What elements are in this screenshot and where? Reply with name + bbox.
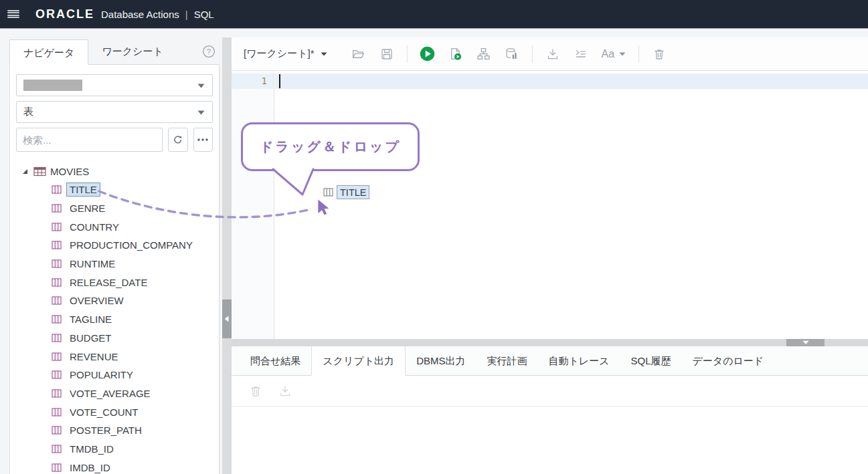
column-name: IMDB_ID <box>66 461 114 474</box>
schema-select[interactable] <box>16 74 213 96</box>
output-tab[interactable]: スクリプト出力 <box>311 346 406 376</box>
horizontal-splitter[interactable] <box>232 339 868 346</box>
font-size-button[interactable]: Aa <box>602 48 626 60</box>
tree-column-row[interactable]: TITLE <box>16 181 213 199</box>
column-icon <box>52 296 62 305</box>
column-icon <box>52 445 62 453</box>
refresh-button[interactable] <box>168 128 188 152</box>
column-icon <box>323 188 333 197</box>
top-bar: ORACLE Database Actions | SQL <box>0 0 868 28</box>
tree-columns: TITLE GENRE <box>16 181 213 474</box>
tree-column-row[interactable]: TAGLINE <box>16 310 213 329</box>
output-tab[interactable]: DBMS出力 <box>406 346 476 376</box>
chevron-down-icon <box>197 84 205 88</box>
autotrace-icon <box>505 47 519 61</box>
run-statement-button[interactable] <box>420 47 435 62</box>
toolbar-separator <box>407 45 408 63</box>
column-icon <box>52 241 62 249</box>
tree-column-row[interactable]: VOTE_AVERAGE <box>16 384 213 403</box>
column-name: POPULARITY <box>66 368 137 382</box>
output-panel: 問合せ結果 スクリプト出力 DBMS出力 実行計画 自動トレース SQL履歴 デ… <box>232 346 868 474</box>
format-button[interactable] <box>574 47 588 62</box>
column-icon <box>52 352 62 361</box>
navigator-panel: ナビゲータ ワークシート ? 表 <box>9 39 220 474</box>
column-icon <box>52 278 62 287</box>
column-name: RELEASE_DATE <box>66 275 151 289</box>
explain-plan-icon <box>476 47 491 61</box>
tree-column-row[interactable]: PRODUCTION_COMPANY <box>16 236 213 255</box>
tree-column-row[interactable]: BUDGET <box>16 329 213 348</box>
editor-gutter: 1 <box>232 72 274 339</box>
clear-output-button[interactable] <box>248 384 263 398</box>
autotrace-button[interactable] <box>505 47 519 62</box>
drag-ghost: TITLE <box>323 185 369 199</box>
title-separator: | <box>185 9 188 20</box>
expanded-node-icon[interactable] <box>21 168 29 175</box>
tree-column-row[interactable]: RUNTIME <box>16 255 213 273</box>
column-icon <box>52 204 62 213</box>
clear-button[interactable] <box>652 47 667 62</box>
column-name: TITLE <box>66 183 100 197</box>
column-name: TMDB_ID <box>66 442 117 456</box>
open-button[interactable] <box>351 47 366 62</box>
tree-column-row[interactable]: OVERVIEW <box>16 291 213 310</box>
tree-column-row[interactable]: REVENUE <box>16 347 213 366</box>
navigator-tab[interactable]: ナビゲータ <box>9 39 88 65</box>
run-script-button[interactable] <box>448 47 463 62</box>
column-icon <box>52 408 62 417</box>
navigator-tabs: ナビゲータ ワークシート <box>9 39 220 65</box>
tree-column-row[interactable]: GENRE <box>16 199 213 218</box>
save-icon <box>380 47 394 61</box>
tree-column-row[interactable]: IMDB_ID <box>16 458 213 474</box>
download-output-button[interactable] <box>278 384 292 398</box>
column-icon <box>52 426 62 435</box>
tree-column-row[interactable]: POPULARITY <box>16 366 213 384</box>
chevron-down-icon <box>321 52 327 56</box>
output-tab[interactable]: SQL履歴 <box>620 346 682 376</box>
column-name: BUDGET <box>66 331 115 345</box>
worksheet-selector-label: [ワークシート]* <box>244 47 315 60</box>
save-button[interactable] <box>379 47 394 62</box>
triangle-left-icon <box>224 316 230 322</box>
output-tab[interactable]: 実行計画 <box>476 346 537 376</box>
explain-plan-button[interactable] <box>476 47 491 62</box>
column-name: OVERVIEW <box>66 293 127 308</box>
output-tab[interactable]: 問合せ結果 <box>240 346 311 376</box>
output-tab[interactable]: データのロード <box>682 346 775 376</box>
tree-column-row[interactable]: RELEASE_DATE <box>16 273 213 291</box>
download-button[interactable] <box>545 47 560 62</box>
output-content <box>232 407 868 474</box>
column-name: COUNTRY <box>66 220 122 234</box>
column-icon <box>52 463 62 472</box>
chevron-down-icon <box>197 110 205 115</box>
column-icon <box>52 389 62 398</box>
collapse-output-handle[interactable] <box>786 339 824 346</box>
schema-value-redacted <box>23 80 82 91</box>
more-options-button[interactable] <box>193 128 213 152</box>
output-tab[interactable]: 自動トレース <box>537 346 620 376</box>
more-options-icon <box>197 138 209 142</box>
chevron-down-icon <box>619 52 626 56</box>
collapse-panel-handle[interactable] <box>222 300 232 338</box>
worksheet-toolbar: [ワークシート]* <box>232 37 868 71</box>
hamburger-icon[interactable] <box>7 10 19 19</box>
triangle-down-icon <box>802 340 809 345</box>
search-input[interactable] <box>16 128 163 152</box>
annotation-bubble-tail <box>270 166 317 199</box>
tree-column-row[interactable]: COUNTRY <box>16 217 213 236</box>
vertical-splitter[interactable] <box>222 37 232 474</box>
output-toolbar <box>232 376 868 406</box>
tree-table-row[interactable]: MOVIES <box>16 162 213 181</box>
tree-column-row[interactable]: TMDB_ID <box>16 440 213 459</box>
tree-column-row[interactable]: POSTER_PATH <box>16 421 213 440</box>
run-statement-icon <box>420 46 435 62</box>
column-icon <box>52 334 62 342</box>
download-icon <box>278 384 292 398</box>
column-name: VOTE_AVERAGE <box>66 386 154 400</box>
object-type-select[interactable]: 表 <box>16 101 213 123</box>
navigator-tab[interactable]: ワークシート <box>88 39 176 64</box>
tree-column-row[interactable]: VOTE_COUNT <box>16 402 213 421</box>
worksheet-selector[interactable]: [ワークシート]* <box>244 47 327 60</box>
worksheet-area: [ワークシート]* <box>232 37 868 474</box>
open-icon <box>351 47 365 61</box>
